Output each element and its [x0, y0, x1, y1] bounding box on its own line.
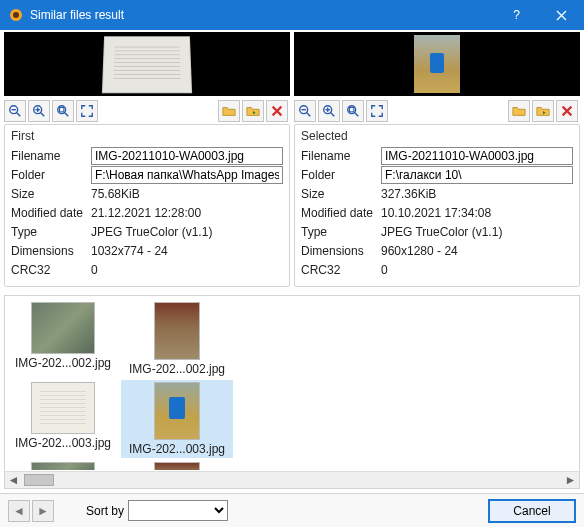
size-label: Size	[11, 187, 91, 201]
info-panels: First Filename Folder Size75.68KiB Modif…	[0, 124, 584, 287]
preview-first[interactable]	[4, 32, 290, 96]
svg-line-10	[65, 113, 69, 117]
svg-rect-11	[60, 108, 64, 112]
svg-line-20	[355, 113, 359, 117]
type-label: Type	[301, 225, 381, 239]
preview-selected[interactable]	[294, 32, 580, 96]
crc-value: 0	[381, 263, 573, 277]
svg-point-1	[13, 12, 19, 18]
footer: ◄ ► Sort by Cancel	[0, 493, 584, 527]
size-value: 327.36KiB	[381, 187, 573, 201]
delete-button[interactable]	[266, 100, 288, 122]
thumbnail-item[interactable]	[7, 460, 119, 470]
filename-label: Filename	[301, 149, 381, 163]
type-label: Type	[11, 225, 91, 239]
thumbnail-caption: IMG-202...003.jpg	[9, 436, 117, 450]
move-to-folder-button[interactable]	[242, 100, 264, 122]
horizontal-scrollbar[interactable]: ◄ ►	[5, 471, 579, 488]
thumbnail-caption: IMG-202...002.jpg	[123, 362, 231, 376]
svg-line-13	[307, 113, 311, 117]
folder-field[interactable]	[381, 166, 573, 184]
thumbnail-image	[31, 382, 95, 434]
dimensions-label: Dimensions	[11, 244, 91, 258]
panel-first: First Filename Folder Size75.68KiB Modif…	[4, 124, 290, 287]
next-button[interactable]: ►	[32, 500, 54, 522]
zoom-in-button[interactable]	[28, 100, 50, 122]
sort-label: Sort by	[86, 504, 124, 518]
panel-heading: First	[11, 129, 283, 143]
crc-label: CRC32	[301, 263, 381, 277]
thumbnail-caption: IMG-202...002.jpg	[9, 356, 117, 370]
thumbnail-panel: IMG-202...002.jpg IMG-202...002.jpg IMG-…	[4, 295, 580, 489]
thumbnail-item[interactable]: IMG-202...003.jpg	[7, 380, 119, 458]
modified-label: Modified date	[11, 206, 91, 220]
thumbnail-item[interactable]: IMG-202...002.jpg	[121, 300, 233, 378]
folder-label: Folder	[301, 168, 381, 182]
modified-value: 21.12.2021 12:28:00	[91, 206, 283, 220]
filename-field[interactable]	[381, 147, 573, 165]
dimensions-value: 960x1280 - 24	[381, 244, 573, 258]
thumbnail-image	[154, 462, 200, 470]
titlebar: Similar files result ?	[0, 0, 584, 30]
crc-label: CRC32	[11, 263, 91, 277]
thumbnail-image	[31, 302, 95, 354]
thumbnail-list: IMG-202...002.jpg IMG-202...002.jpg IMG-…	[7, 300, 561, 470]
move-to-folder-button[interactable]	[532, 100, 554, 122]
toolbar-selected	[294, 100, 580, 122]
svg-point-9	[58, 106, 66, 114]
fullscreen-button[interactable]	[366, 100, 388, 122]
delete-button[interactable]	[556, 100, 578, 122]
folder-field[interactable]	[91, 166, 283, 184]
type-value: JPEG TrueColor (v1.1)	[91, 225, 283, 239]
preview-area	[0, 30, 584, 96]
size-label: Size	[301, 187, 381, 201]
zoom-fit-button[interactable]	[342, 100, 364, 122]
open-folder-button[interactable]	[218, 100, 240, 122]
close-button[interactable]	[539, 0, 584, 30]
panel-selected: Selected Filename Folder Size327.36KiB M…	[294, 124, 580, 287]
thumbnail-item[interactable]	[121, 460, 233, 470]
thumbnail-caption: IMG-202...003.jpg	[123, 442, 231, 456]
zoom-in-button[interactable]	[318, 100, 340, 122]
svg-rect-21	[350, 108, 354, 112]
folder-label: Folder	[11, 168, 91, 182]
size-value: 75.68KiB	[91, 187, 283, 201]
thumbnail-item-selected[interactable]: IMG-202...003.jpg	[121, 380, 233, 458]
thumbnail-item[interactable]: IMG-202...002.jpg	[7, 300, 119, 378]
zoom-fit-button[interactable]	[52, 100, 74, 122]
modified-value: 10.10.2021 17:34:08	[381, 206, 573, 220]
thumbnail-image	[154, 302, 200, 360]
filename-label: Filename	[11, 149, 91, 163]
prev-button[interactable]: ◄	[8, 500, 30, 522]
svg-line-16	[331, 113, 335, 117]
modified-label: Modified date	[301, 206, 381, 220]
app-icon	[8, 7, 24, 23]
svg-point-19	[348, 106, 356, 114]
svg-line-3	[17, 113, 21, 117]
svg-line-6	[41, 113, 45, 117]
scroll-right-icon[interactable]: ►	[562, 472, 579, 488]
dimensions-value: 1032x774 - 24	[91, 244, 283, 258]
zoom-out-button[interactable]	[294, 100, 316, 122]
sort-dropdown[interactable]	[128, 500, 228, 521]
thumbnail-image	[31, 462, 95, 470]
toolbar-first	[4, 100, 290, 122]
type-value: JPEG TrueColor (v1.1)	[381, 225, 573, 239]
fullscreen-button[interactable]	[76, 100, 98, 122]
toolbars	[0, 96, 584, 124]
cancel-button[interactable]: Cancel	[488, 499, 576, 523]
help-button[interactable]: ?	[494, 0, 539, 30]
filename-field[interactable]	[91, 147, 283, 165]
thumbnail-image	[154, 382, 200, 440]
open-folder-button[interactable]	[508, 100, 530, 122]
dimensions-label: Dimensions	[301, 244, 381, 258]
zoom-out-button[interactable]	[4, 100, 26, 122]
scroll-left-icon[interactable]: ◄	[5, 472, 22, 488]
window-title: Similar files result	[30, 8, 494, 22]
crc-value: 0	[91, 263, 283, 277]
scroll-thumb[interactable]	[24, 474, 54, 486]
panel-heading: Selected	[301, 129, 573, 143]
